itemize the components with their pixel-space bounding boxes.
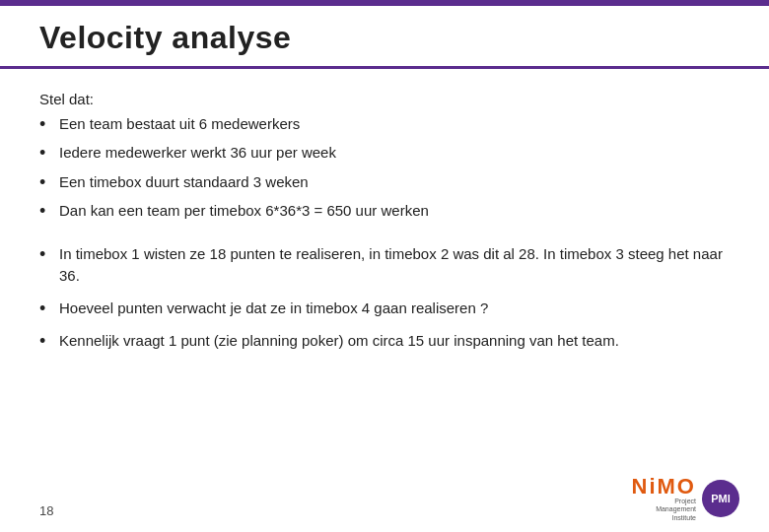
nimo-circle-text: PMI	[711, 493, 731, 504]
nimo-logo-text: NiMO ProjectManagementInstitute	[632, 476, 696, 522]
list-item-text: Hoeveel punten verwacht je dat ze in tim…	[59, 298, 488, 320]
list-item: • Hoeveel punten verwacht je dat ze in t…	[39, 298, 730, 320]
bullet-list-1: • Een team bestaat uit 6 medewerkers • I…	[39, 113, 730, 224]
bullet-list-2: • In timebox 1 wisten ze 18 punten te re…	[39, 243, 730, 354]
page-number: 18	[39, 503, 53, 518]
list-item: • Iedere medewerker werkt 36 uur per wee…	[39, 142, 730, 165]
slide-header: Velocity analyse	[0, 6, 769, 69]
bullet-icon: •	[39, 330, 59, 353]
nimo-brand-name: NiMO	[632, 476, 696, 498]
list-item-text: Dan kan een team per timebox 6*36*3 = 65…	[59, 200, 429, 223]
list-item: • Kennelijk vraagt 1 punt (zie planning …	[39, 330, 730, 353]
list-item: • Dan kan een team per timebox 6*36*3 = …	[39, 200, 730, 223]
bullet-icon: •	[39, 243, 59, 266]
logo-area: NiMO ProjectManagementInstitute PMI	[632, 476, 739, 522]
slide-content: Stel dat: • Een team bestaat uit 6 medew…	[0, 69, 769, 382]
bullet-icon: •	[39, 200, 59, 223]
list-item-text: Een team bestaat uit 6 medewerkers	[59, 113, 300, 136]
list-item-text: Een timebox duurt standaard 3 weken	[59, 171, 309, 194]
list-item-text: Iedere medewerker werkt 36 uur per week	[59, 142, 336, 165]
bullet-icon: •	[39, 142, 59, 165]
nimo-sub-text: ProjectManagementInstitute	[656, 498, 696, 522]
list-item: • Een timebox duurt standaard 3 weken	[39, 171, 730, 194]
bullet-icon: •	[39, 298, 59, 320]
list-item-text: Kennelijk vraagt 1 punt (zie planning po…	[59, 330, 619, 353]
nimo-logo-circle: PMI	[702, 480, 739, 517]
list-item: • Een team bestaat uit 6 medewerkers	[39, 113, 730, 136]
list-item: • In timebox 1 wisten ze 18 punten te re…	[39, 243, 730, 288]
intro-label: Stel dat:	[39, 91, 730, 107]
slide-title: Velocity analyse	[39, 20, 730, 56]
list-item-text: In timebox 1 wisten ze 18 punten te real…	[59, 243, 730, 288]
bullet-icon: •	[39, 171, 59, 194]
bullet-icon: •	[39, 113, 59, 136]
section-2: • In timebox 1 wisten ze 18 punten te re…	[39, 243, 730, 354]
